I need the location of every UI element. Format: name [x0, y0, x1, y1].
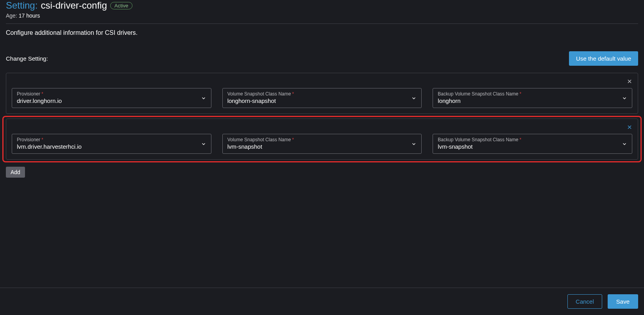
age-value: 17 hours: [19, 13, 40, 19]
save-button[interactable]: Save: [608, 294, 638, 309]
required-marker: *: [519, 91, 521, 97]
volume-snapshot-class-select[interactable]: Volume Snapshot Class Name* longhorn-sna…: [222, 88, 422, 108]
required-marker: *: [519, 137, 521, 142]
volume-snapshot-class-value: lvm-snapshot: [227, 143, 417, 150]
required-marker: *: [292, 137, 294, 142]
change-setting-label: Change Setting:: [6, 55, 48, 62]
description-text: Configure additional information for CSI…: [0, 29, 644, 36]
config-row: Provisioner* driver.longhorn.io Volume S…: [6, 73, 638, 114]
backup-volume-snapshot-class-value: lvm-snapshot: [438, 143, 627, 150]
provisioner-label: Provisioner: [17, 91, 40, 97]
volume-snapshot-class-label: Volume Snapshot Class Name: [227, 91, 291, 97]
divider: [6, 23, 638, 24]
provisioner-label: Provisioner: [17, 137, 40, 142]
title-name: csi-driver-config: [41, 0, 107, 11]
title-prefix: Setting:: [6, 0, 38, 11]
add-button[interactable]: Add: [6, 167, 25, 178]
volume-snapshot-class-label: Volume Snapshot Class Name: [227, 137, 291, 142]
footer: Cancel Save: [0, 288, 644, 315]
backup-volume-snapshot-class-label: Backup Volume Snapshot Class Name: [438, 137, 518, 142]
backup-volume-snapshot-class-label: Backup Volume Snapshot Class Name: [438, 91, 518, 97]
age-label: Age:: [6, 13, 17, 19]
volume-snapshot-class-value: longhorn-snapshot: [227, 97, 417, 104]
use-default-value-button[interactable]: Use the default value: [569, 51, 638, 66]
page-title-row: Setting: csi-driver-config Active: [6, 0, 638, 11]
required-marker: *: [292, 91, 294, 97]
required-marker: *: [41, 137, 43, 142]
status-badge: Active: [110, 2, 132, 9]
provisioner-select[interactable]: Provisioner* lvm.driver.harvesterhci.io: [12, 134, 211, 154]
backup-volume-snapshot-class-value: longhorn: [438, 97, 627, 104]
age-row: Age: 17 hours: [6, 13, 638, 19]
backup-volume-snapshot-class-select[interactable]: Backup Volume Snapshot Class Name* longh…: [433, 88, 632, 108]
backup-volume-snapshot-class-select[interactable]: Backup Volume Snapshot Class Name* lvm-s…: [433, 134, 632, 154]
close-icon[interactable]: [627, 79, 632, 86]
provisioner-value: driver.longhorn.io: [17, 97, 206, 104]
provisioner-select[interactable]: Provisioner* driver.longhorn.io: [12, 88, 211, 108]
required-marker: *: [41, 91, 43, 97]
volume-snapshot-class-select[interactable]: Volume Snapshot Class Name* lvm-snapshot: [222, 134, 422, 154]
close-icon[interactable]: [627, 124, 632, 131]
cancel-button[interactable]: Cancel: [567, 294, 602, 309]
config-row: Provisioner* lvm.driver.harvesterhci.io …: [6, 119, 638, 160]
provisioner-value: lvm.driver.harvesterhci.io: [17, 143, 206, 150]
